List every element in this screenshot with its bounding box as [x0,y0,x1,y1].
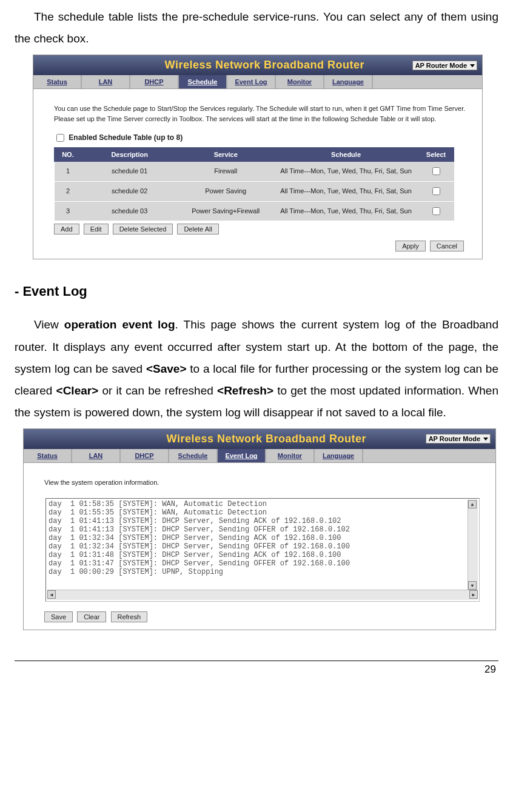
cell-service: Power Saving+Firewall [178,201,274,221]
nav-language[interactable]: Language [315,449,363,462]
nav-eventlog[interactable]: Event Log [227,75,276,88]
cell-desc: schedule 02 [81,181,178,201]
cancel-button[interactable]: Cancel [430,241,464,251]
nav-lan[interactable]: LAN [72,449,121,462]
nav-dhcp[interactable]: DHCP [121,449,169,462]
mode-select[interactable]: AP Router Mode [426,434,491,444]
add-button[interactable]: Add [54,224,79,235]
nav-lan[interactable]: LAN [82,75,130,88]
col-service: Service [178,148,274,162]
cell-desc: schedule 03 [81,201,178,221]
col-select: Select [418,148,454,162]
cell-no: 2 [55,181,82,201]
col-desc: Description [81,148,178,162]
page-number: 29 [15,661,498,676]
nav-language[interactable]: Language [324,75,373,88]
enable-schedule-checkbox[interactable] [56,134,64,142]
col-no: NO. [55,148,82,162]
row-select-checkbox[interactable] [432,207,440,215]
schedule-table: NO. Description Service Schedule Select … [54,147,454,221]
nav-schedule[interactable]: Schedule [179,75,227,88]
cell-schedule: All Time---Mon, Tue, Wed, Thu, Fri, Sat,… [274,201,418,221]
apply-button[interactable]: Apply [395,241,426,251]
cell-schedule: All Time---Mon, Tue, Wed, Thu, Fri, Sat,… [274,162,418,182]
event-log-paragraph: View operation event log. This page show… [15,314,498,423]
delete-all-button[interactable]: Delete All [177,224,218,235]
nav-bar: Status LAN DHCP Schedule Event Log Monit… [33,75,482,89]
nav-schedule[interactable]: Schedule [169,449,218,462]
table-row: 1 schedule 01 Firewall All Time---Mon, T… [55,162,454,182]
event-log-heading: - Event Log [15,284,498,299]
bold-text: operation event log [64,318,175,331]
bold-text: <Clear> [56,384,99,397]
cell-no: 1 [55,162,82,182]
router-title: Wireless Network Broadband Router [107,433,426,445]
cell-desc: schedule 01 [81,162,178,182]
text: or it can be refreshed [98,384,217,397]
cell-schedule: All Time---Mon, Tue, Wed, Thu, Fri, Sat,… [274,181,418,201]
col-schedule: Schedule [274,148,418,162]
cell-service: Power Saving [178,181,274,201]
row-select-checkbox[interactable] [432,187,440,195]
scrollbar-horizontal[interactable]: ◀ ▶ [47,590,478,600]
log-content: day 1 01:58:35 [SYSTEM]: WAN, Automatic … [47,500,468,590]
eventlog-screenshot: Wireless Network Broadband Router AP Rou… [23,428,496,631]
scroll-down-icon[interactable]: ▼ [468,581,477,590]
log-textarea[interactable]: ▲ ▼ day 1 01:58:35 [SYSTEM]: WAN, Automa… [45,498,480,602]
eventlog-description: View the system operation information. [44,478,483,488]
router-title: Wireless Network Broadband Router [117,59,412,72]
nav-monitor[interactable]: Monitor [266,449,315,462]
nav-dhcp[interactable]: DHCP [130,75,179,88]
nav-status[interactable]: Status [33,75,82,88]
cell-no: 3 [55,201,82,221]
scrollbar-vertical[interactable]: ▲ ▼ [468,500,478,590]
table-row: 2 schedule 02 Power Saving All Time---Mo… [55,181,454,201]
save-button[interactable]: Save [44,611,73,622]
clear-button[interactable]: Clear [77,611,106,622]
nav-eventlog[interactable]: Event Log [218,449,266,462]
delete-selected-button[interactable]: Delete Selected [113,224,173,235]
bold-text: <Refresh> [217,384,273,397]
scroll-left-icon[interactable]: ◀ [47,590,56,599]
enable-schedule-label: Enabled Schedule Table (up to 8) [69,133,183,142]
bold-text: <Save> [146,362,187,375]
cell-service: Firewall [178,162,274,182]
intro-paragraph: The schedule table lists the pre-schedul… [15,6,498,50]
row-select-checkbox[interactable] [432,167,440,175]
refresh-button[interactable]: Refresh [111,611,148,622]
text: View [34,318,64,331]
mode-select[interactable]: AP Router Mode [412,61,477,70]
nav-status[interactable]: Status [24,449,72,462]
nav-bar: Status LAN DHCP Schedule Event Log Monit… [24,449,495,463]
nav-monitor[interactable]: Monitor [276,75,324,88]
scroll-up-icon[interactable]: ▲ [468,500,477,508]
table-row: 3 schedule 03 Power Saving+Firewall All … [55,201,454,221]
edit-button[interactable]: Edit [84,224,109,235]
schedule-description: You can use the Schedule page to Start/S… [54,104,470,124]
scroll-right-icon[interactable]: ▶ [469,590,478,599]
schedule-screenshot: Wireless Network Broadband Router AP Rou… [33,55,483,259]
